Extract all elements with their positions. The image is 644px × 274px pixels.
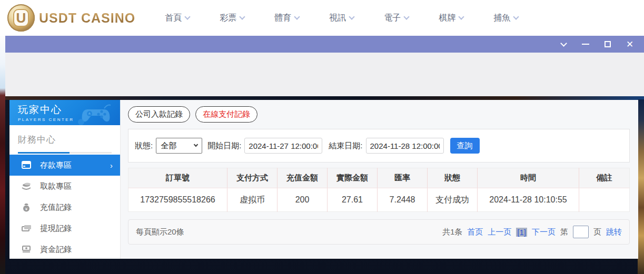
chevron-down-icon: [459, 14, 464, 19]
pagination-controls: 共1条 首页 上一页 [1] 下一页 第 页 跳转: [442, 226, 622, 238]
nav-item-sports[interactable]: 體育: [274, 13, 299, 24]
window-minimize-button[interactable]: [580, 38, 591, 50]
player-center-panel: 玩家中心 PLAYERS CENTER 財務中心: [9, 100, 638, 259]
sidebar-item-funds-records[interactable]: 資金記錄: [9, 239, 120, 260]
filter-bar: 狀態: 全部 開始日期: 結束日期: 查詢: [128, 129, 630, 163]
window-dropdown-button[interactable]: [558, 38, 569, 50]
nav-item-fishing[interactable]: 捕魚: [493, 13, 518, 24]
pagination-bar: 每頁顯示20條 共1条 首页 上一页 [1] 下一页 第 页 跳转: [128, 219, 630, 245]
col-payment-method: 支付方式: [227, 168, 278, 188]
sidebar-banner: 玩家中心 PLAYERS CENTER: [9, 100, 120, 125]
col-time: 時間: [478, 168, 579, 188]
start-date-label: 開始日期:: [207, 141, 241, 151]
sidebar-item-deposit[interactable]: 存款專區 ›: [9, 155, 120, 176]
deposit-card-icon: [21, 160, 32, 170]
brand-logo[interactable]: U USDT CASINO: [7, 4, 135, 32]
col-actual-amount: 實際金額: [328, 168, 378, 188]
current-page-indicator[interactable]: [1]: [516, 228, 527, 237]
col-status: 狀態: [428, 168, 478, 188]
banknotes-icon: [21, 244, 32, 255]
site-navbar: U USDT CASINO 首頁 彩票 體育 視訊 電子 棋牌 捕魚: [0, 0, 644, 36]
sidebar-section-title: 財務中心: [18, 134, 112, 146]
chevron-down-icon: [294, 14, 300, 19]
chevron-down-icon: [240, 14, 245, 19]
sidebar-item-withdraw[interactable]: 取款專區: [9, 176, 120, 197]
cell-time: 2024-11-28 10:10:55: [478, 188, 579, 212]
records-main: 公司入款記錄 在線支付記錄 狀態: 全部 開始日期: 結束日期: 查詢: [121, 100, 638, 259]
logo-letter: U: [13, 9, 29, 27]
svg-text:¥: ¥: [25, 207, 28, 211]
record-tabs: 公司入款記錄 在線支付記錄: [128, 106, 630, 123]
chevron-down-icon: [185, 14, 191, 19]
logo-text: USDT CASINO: [39, 11, 135, 26]
nav-item-home[interactable]: 首頁: [165, 13, 190, 24]
sidebar-item-recharge-records[interactable]: ¥ 充值記錄: [9, 197, 120, 218]
minimize-icon: [582, 44, 589, 45]
per-page-label: 每頁顯示20條: [136, 227, 184, 237]
cell-exchange-rate: 7.2448: [378, 188, 428, 212]
col-exchange-rate: 匯率: [378, 168, 428, 188]
prev-page-link[interactable]: 上一页: [488, 227, 511, 237]
chevron-right-icon: ›: [110, 161, 113, 170]
status-label: 狀態:: [135, 141, 153, 151]
table-row: 1732759855518266 虚拟币 200 27.61 7.2448 支付…: [128, 188, 630, 212]
photo-top-edge: [5, 96, 644, 100]
nav-item-lottery[interactable]: 彩票: [220, 13, 244, 24]
sidebar-menu: 存款專區 › 取款專區 ¥ 充值記錄: [9, 155, 120, 260]
section-underline: [18, 152, 112, 154]
chevron-down-icon: [404, 14, 410, 19]
window-maximize-button[interactable]: [602, 38, 613, 50]
col-remark: 備註: [579, 168, 630, 188]
end-date-label: 結束日期:: [329, 141, 362, 151]
sidebar-section: 財務中心: [9, 125, 120, 154]
page-background-strip: [0, 36, 5, 274]
search-button[interactable]: 查詢: [450, 138, 480, 154]
nav-item-live[interactable]: 視訊: [329, 13, 354, 24]
window-close-button[interactable]: ✕: [624, 38, 636, 50]
nav-item-slots[interactable]: 電子: [384, 13, 409, 24]
photo-right-edge: [638, 99, 644, 274]
logo-coin-icon: U: [7, 4, 35, 32]
sidebar-item-label: 提現記錄: [40, 224, 72, 234]
cell-status: 支付成功: [428, 188, 478, 212]
chevron-down-icon: [349, 14, 355, 19]
cell-recharge-amount: 200: [278, 188, 328, 212]
gamepad-icon: [77, 102, 116, 125]
records-table: 訂單號 支付方式 充值金額 實際金額 匯率 狀態 時間 備註 173275985…: [128, 168, 630, 212]
sidebar-item-label: 充值記錄: [40, 202, 72, 212]
chevron-down-icon: [194, 143, 198, 147]
money-bag-icon: ¥: [21, 202, 32, 212]
chevron-down-icon: [560, 40, 567, 47]
nav-item-cards[interactable]: 棋牌: [439, 13, 463, 24]
table-header-row: 訂單號 支付方式 充值金額 實際金額 匯率 狀態 時間 備註: [128, 168, 630, 188]
nav-menu: 首頁 彩票 體育 視訊 電子 棋牌 捕魚: [165, 13, 518, 24]
jump-link[interactable]: 跳转: [606, 227, 622, 237]
start-date-input[interactable]: [244, 138, 322, 154]
sidebar-item-label: 存款專區: [40, 160, 72, 170]
withdraw-hand-icon: [21, 181, 32, 191]
close-icon: ✕: [626, 40, 633, 49]
end-date-input[interactable]: [366, 138, 444, 154]
cell-order-id: 1732759855518266: [128, 188, 227, 212]
page-number-input[interactable]: [573, 226, 589, 238]
cell-payment-method: 虚拟币: [227, 188, 278, 212]
total-count: 共1条: [442, 227, 462, 237]
cell-remark: [579, 188, 630, 212]
next-page-link[interactable]: 下一页: [532, 227, 556, 237]
status-selected-value: 全部: [161, 141, 176, 151]
sidebar-item-label: 資金記錄: [40, 245, 72, 255]
tab-company-deposit-records[interactable]: 公司入款記錄: [128, 106, 190, 123]
col-order-id: 訂單號: [128, 168, 227, 188]
window-titlebar: ✕: [5, 36, 644, 53]
col-recharge-amount: 充值金額: [278, 168, 328, 188]
first-page-link[interactable]: 首页: [467, 227, 483, 237]
cash-icon: [21, 223, 32, 234]
page-suffix-label: 页: [593, 227, 601, 237]
player-center-sidebar: 玩家中心 PLAYERS CENTER 財務中心: [9, 100, 121, 259]
tab-online-payment-records[interactable]: 在線支付記錄: [195, 106, 257, 123]
page-prefix-label: 第: [560, 227, 568, 237]
status-select[interactable]: 全部: [156, 138, 202, 154]
cell-actual-amount: 27.61: [328, 188, 378, 212]
sidebar-item-withdrawal-records[interactable]: 提現記錄: [9, 218, 120, 239]
chevron-down-icon: [513, 14, 519, 19]
